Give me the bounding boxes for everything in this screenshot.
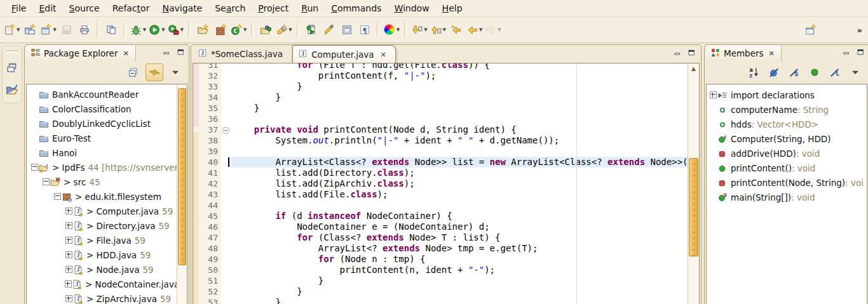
code-line-47[interactable]: 47 for (Class<? extends Node> T : list) … bbox=[199, 232, 688, 243]
tree-expander[interactable] bbox=[65, 237, 73, 244]
pin-editor-button[interactable] bbox=[801, 22, 819, 38]
pe-scrollbar-thumb[interactable] bbox=[178, 88, 186, 265]
menu-search[interactable]: Search bbox=[208, 2, 252, 15]
members-tab[interactable]: Members ✕ bbox=[706, 45, 782, 62]
tree-item[interactable]: Hanoi bbox=[27, 145, 187, 160]
expand-icon[interactable] bbox=[65, 222, 72, 229]
menu-help[interactable]: Help bbox=[436, 2, 469, 15]
color-palette-button[interactable]: ▼ bbox=[383, 22, 401, 38]
code-line-32[interactable]: 32 printContent(f, "|-"); bbox=[199, 70, 688, 81]
sort-button[interactable]: az bbox=[745, 64, 762, 81]
collapse-icon[interactable] bbox=[54, 193, 61, 200]
member-item-selected[interactable]: printContent(Node, String) : voi bbox=[707, 175, 867, 190]
new-java-class-button[interactable]: C▼ bbox=[229, 22, 248, 38]
show-whitespace-button[interactable]: ¶ bbox=[356, 22, 374, 38]
code-line-31[interactable]: 31 for (File f : hdd.get(File.class)) { bbox=[199, 63, 688, 70]
dropdown-arrow-icon[interactable]: ▼ bbox=[53, 27, 56, 32]
hide-static-button[interactable]: S bbox=[786, 64, 803, 81]
tree-expander[interactable] bbox=[65, 222, 73, 229]
package-explorer-tab[interactable]: Package Explorer ✕ bbox=[26, 45, 136, 62]
collapse-icon[interactable] bbox=[31, 164, 38, 171]
expand-icon[interactable] bbox=[65, 251, 72, 258]
code-line-45[interactable]: 45 if (d instanceof NodeContainer) { bbox=[199, 211, 688, 221]
code-line-37[interactable]: 37 private void printContent(Node d, Str… bbox=[199, 124, 688, 135]
toolbar-overflow-chevron[interactable]: » bbox=[857, 25, 862, 35]
open-type-button[interactable] bbox=[257, 22, 275, 38]
code-line-42[interactable]: 42 list.add(ZipArchiv.class); bbox=[199, 178, 688, 189]
new-java-package-button[interactable] bbox=[212, 22, 229, 38]
tree-item[interactable]: Euro-Test bbox=[27, 131, 187, 145]
dropdown-arrow-icon[interactable]: ▼ bbox=[288, 27, 292, 32]
editor-scrollbar-thumb[interactable] bbox=[689, 158, 698, 256]
dropdown-arrow-icon[interactable]: ▼ bbox=[443, 27, 446, 32]
link-with-editor-button[interactable] bbox=[146, 63, 163, 81]
dropdown-arrow-icon[interactable]: ▼ bbox=[17, 27, 20, 32]
tree-expander[interactable] bbox=[53, 193, 62, 200]
dropdown-arrow-icon[interactable]: ▼ bbox=[479, 27, 482, 32]
open-perspective-button[interactable] bbox=[6, 83, 18, 98]
menu-source[interactable]: Source bbox=[63, 2, 106, 15]
code-line-48[interactable]: 48 ArrayList<? extends Node> tmp = e.get… bbox=[199, 243, 688, 254]
dropdown-arrow-icon[interactable]: ▼ bbox=[243, 27, 247, 32]
code-line-52[interactable]: 52 } bbox=[199, 286, 688, 297]
tree-expander[interactable] bbox=[42, 178, 50, 185]
member-item[interactable]: cComputer(String, HDD) bbox=[707, 131, 867, 146]
expand-icon[interactable] bbox=[710, 91, 717, 98]
expand-icon[interactable] bbox=[65, 266, 72, 273]
expand-icon[interactable] bbox=[65, 295, 72, 302]
code-line-50[interactable]: 50 printContent(n, ident + "-"); bbox=[199, 265, 688, 275]
new-button[interactable]: ▼ bbox=[3, 22, 21, 38]
minimize-icon[interactable] bbox=[843, 48, 851, 58]
maximize-icon[interactable] bbox=[857, 48, 865, 58]
expand-icon[interactable] bbox=[65, 208, 72, 215]
menu-edit[interactable]: Edit bbox=[32, 2, 62, 15]
debug-button[interactable]: ▼ bbox=[129, 22, 147, 38]
show-editor-button[interactable] bbox=[338, 22, 356, 38]
scroll-up-icon[interactable]: ▲ bbox=[688, 65, 699, 72]
dropdown-arrow-icon[interactable]: ▼ bbox=[397, 27, 400, 32]
member-item[interactable]: printContent() : void bbox=[707, 161, 867, 175]
menu-run[interactable]: Run bbox=[295, 2, 325, 15]
code-line-41[interactable]: 41 list.add(Directory.class); bbox=[199, 168, 688, 178]
code-line-34[interactable]: 34 } bbox=[199, 92, 688, 103]
close-icon[interactable]: ✕ bbox=[123, 50, 128, 58]
tree-item[interactable]: J> Node.java59 bbox=[27, 262, 187, 277]
maximize-icon[interactable] bbox=[177, 48, 185, 58]
pe-scrollbar[interactable] bbox=[177, 84, 187, 304]
menu-file[interactable]: File bbox=[5, 2, 32, 15]
tree-expander[interactable] bbox=[65, 295, 73, 302]
code-line-39[interactable]: 39 bbox=[199, 146, 688, 157]
print-button[interactable] bbox=[76, 22, 93, 38]
tree-expander[interactable] bbox=[31, 164, 39, 171]
tray-grip[interactable] bbox=[6, 50, 18, 53]
menu-navigate[interactable]: Navigate bbox=[156, 2, 208, 15]
external-tools-button[interactable]: ▼ bbox=[166, 22, 185, 38]
hide-local-types-button[interactable]: L bbox=[827, 64, 843, 81]
new-window-button[interactable] bbox=[21, 22, 39, 38]
code-line-44[interactable]: 44 bbox=[199, 200, 688, 211]
minimize-icon[interactable] bbox=[674, 49, 682, 58]
tree-item[interactable]: > src45 bbox=[27, 175, 187, 189]
member-item[interactable]: import declarations bbox=[707, 88, 867, 102]
code-line-46[interactable]: 46 NodeContainer e = (NodeContainer) d; bbox=[199, 221, 688, 232]
member-item[interactable]: hdds : Vector<HDD> bbox=[707, 117, 867, 131]
tree-expander[interactable] bbox=[65, 208, 73, 215]
show-public-button[interactable] bbox=[806, 64, 823, 81]
tree-item[interactable]: BankAccountReader bbox=[27, 87, 187, 102]
last-edit-location-button[interactable] bbox=[447, 22, 465, 38]
minimize-icon[interactable] bbox=[163, 48, 171, 58]
search-button[interactable]: ▼ bbox=[275, 22, 293, 38]
member-item[interactable]: addDrive(HDD) : void bbox=[707, 146, 867, 161]
tree-item[interactable]: DoublyLinkedCyclicList bbox=[27, 116, 187, 131]
tree-item[interactable]: J> ZipArchiv.java59 bbox=[27, 291, 187, 304]
close-icon[interactable]: ✕ bbox=[769, 50, 775, 58]
menu-refactor[interactable]: Refactor bbox=[106, 2, 156, 15]
editor-tab-someclassjava[interactable]: J*SomeClass.java bbox=[193, 45, 292, 63]
code-viewport[interactable]: 31 for (File f : hdd.get(File.class)) {3… bbox=[199, 63, 688, 304]
code-line-43[interactable]: 43 list.add(File.class); bbox=[199, 189, 688, 200]
tree-item-selected[interactable]: J> Computer.java59 bbox=[27, 204, 187, 218]
tree-item[interactable]: J> File.java59 bbox=[27, 233, 187, 248]
code-line-38[interactable]: 38 System.out.println("|-" + ident + " "… bbox=[199, 135, 688, 146]
code-line-36[interactable]: 36 bbox=[199, 114, 688, 124]
expand-icon[interactable] bbox=[65, 281, 72, 287]
